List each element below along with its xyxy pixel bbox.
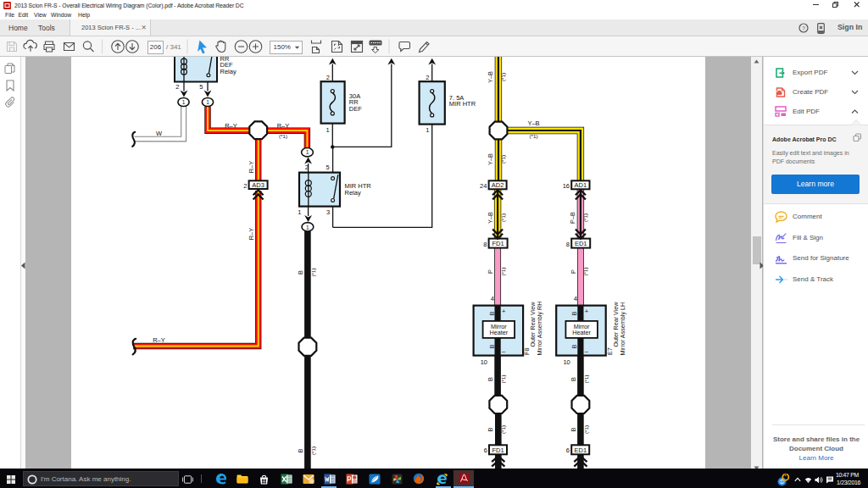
svg-text:F8: F8 <box>523 348 531 355</box>
svg-text:2: 2 <box>326 74 330 81</box>
svg-text:1: 1 <box>206 99 209 105</box>
svg-text:R–Y: R–Y <box>153 336 165 344</box>
svg-text:3: 3 <box>326 208 330 216</box>
svg-text:(*1): (*1) <box>310 446 316 455</box>
svg-text:B: B <box>297 448 304 452</box>
svg-text:P: P <box>570 269 577 274</box>
svg-text:FD1: FD1 <box>492 240 504 247</box>
svg-text:P–B: P–B <box>569 212 576 224</box>
svg-text:(*1): (*1) <box>500 73 506 81</box>
svg-text:W: W <box>156 130 163 137</box>
svg-text:AD1: AD1 <box>575 181 587 189</box>
svg-text:FD1: FD1 <box>492 446 504 454</box>
svg-text:(*1): (*1) <box>582 268 588 276</box>
svg-text:+: + <box>502 308 506 315</box>
svg-text:Y–B: Y–B <box>487 153 494 165</box>
svg-text:R–Y: R–Y <box>248 161 255 174</box>
svg-text:B: B <box>489 311 495 315</box>
svg-text:2: 2 <box>426 74 429 81</box>
svg-text:(*1): (*1) <box>500 155 506 164</box>
svg-text:B: B <box>489 344 495 348</box>
svg-text:8: 8 <box>566 241 570 248</box>
svg-text:Relay: Relay <box>345 189 361 197</box>
svg-text:2: 2 <box>243 182 247 190</box>
svg-text:AD3: AD3 <box>252 181 264 189</box>
svg-text:10: 10 <box>481 358 487 366</box>
svg-text:(*1): (*1) <box>583 375 589 384</box>
svg-text:1: 1 <box>306 149 309 155</box>
svg-text:R–Y: R–Y <box>277 122 290 130</box>
svg-text:(*1): (*1) <box>500 268 506 276</box>
svg-text:MIR HTR: MIR HTR <box>449 100 476 108</box>
svg-text:B: B <box>570 377 577 381</box>
svg-text:P: P <box>487 269 494 274</box>
svg-text:DEF: DEF <box>349 105 362 113</box>
svg-text:B: B <box>571 311 577 315</box>
svg-text:B: B <box>487 427 494 431</box>
svg-text:B: B <box>570 427 577 431</box>
svg-text:E7: E7 <box>606 347 614 355</box>
svg-text:(*1): (*1) <box>279 133 287 139</box>
svg-text:(*1): (*1) <box>500 214 506 222</box>
svg-text:8: 8 <box>483 241 487 248</box>
svg-text:5: 5 <box>199 83 203 91</box>
svg-text:Y–B: Y–B <box>487 71 494 83</box>
svg-text:ED1: ED1 <box>575 240 587 247</box>
svg-text:2: 2 <box>175 83 179 91</box>
svg-text:5: 5 <box>326 164 330 171</box>
svg-text:Heater: Heater <box>572 329 591 336</box>
svg-text:B: B <box>297 270 304 274</box>
svg-text:Mirror Assembly RH: Mirror Assembly RH <box>536 302 543 356</box>
svg-text:(*1): (*1) <box>530 133 538 139</box>
svg-text:(*1): (*1) <box>310 269 316 277</box>
svg-text:10: 10 <box>563 358 570 366</box>
svg-text:(*1): (*1) <box>582 214 588 222</box>
svg-text:(*1): (*1) <box>500 425 506 434</box>
svg-text:B: B <box>571 344 577 348</box>
svg-text:1: 1 <box>182 99 186 105</box>
svg-text:B: B <box>487 377 494 381</box>
svg-text:4: 4 <box>574 295 577 302</box>
svg-text:Relay: Relay <box>220 68 236 75</box>
svg-text:R–Y: R–Y <box>225 122 237 130</box>
svg-text:2: 2 <box>305 164 309 171</box>
svg-text:R–Y: R–Y <box>248 228 255 241</box>
svg-text:Y–B: Y–B <box>527 119 539 127</box>
svg-text:1: 1 <box>298 208 301 216</box>
svg-text:16: 16 <box>563 182 570 190</box>
svg-text:4: 4 <box>491 295 494 302</box>
svg-text:1: 1 <box>426 126 429 134</box>
svg-text:(*1): (*1) <box>583 425 589 434</box>
svg-text:6: 6 <box>566 446 570 454</box>
svg-text:?: ? <box>802 25 805 31</box>
svg-text:+: + <box>585 308 589 315</box>
svg-text:Heater: Heater <box>490 329 509 336</box>
svg-text:1: 1 <box>326 126 329 134</box>
svg-text:(*1): (*1) <box>500 375 506 384</box>
svg-text:Mirror Assembly LH: Mirror Assembly LH <box>619 302 626 356</box>
svg-text:24: 24 <box>480 182 487 190</box>
svg-text:ED1: ED1 <box>575 446 587 454</box>
svg-text:Y–B: Y–B <box>487 212 494 224</box>
svg-text:1: 1 <box>306 225 309 230</box>
svg-text:6: 6 <box>484 446 487 454</box>
svg-text:AD2: AD2 <box>492 181 504 189</box>
